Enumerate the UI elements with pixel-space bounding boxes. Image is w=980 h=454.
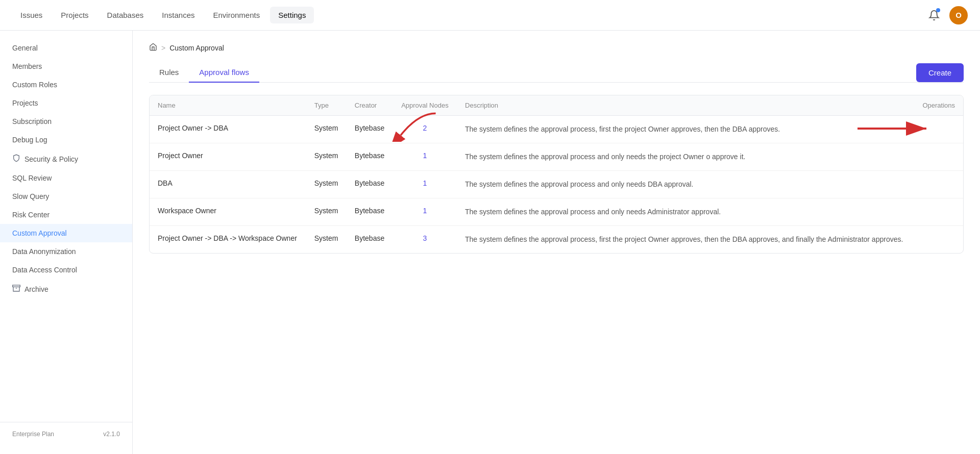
sidebar-item-sql-review[interactable]: SQL Review xyxy=(0,169,132,187)
table-row: DBA System Bytebase 1 The system defines… xyxy=(150,171,963,198)
nav-settings[interactable]: Settings xyxy=(270,7,314,23)
sidebar-item-custom-approval[interactable]: Custom Approval xyxy=(0,224,132,242)
cell-ops-3 xyxy=(914,198,963,226)
breadcrumb-current: Custom Approval xyxy=(169,44,224,52)
col-approval-nodes: Approval Nodes xyxy=(393,95,457,116)
plan-label: Enterprise Plan xyxy=(12,431,54,438)
sidebar-item-projects[interactable]: Projects xyxy=(0,94,132,112)
cell-ops-4 xyxy=(914,226,963,254)
cell-desc-3: The system defines the approval process … xyxy=(457,198,914,226)
sidebar-item-members[interactable]: Members xyxy=(0,57,132,75)
svg-rect-0 xyxy=(13,285,20,287)
cell-desc-2: The system defines the approval process … xyxy=(457,171,914,198)
sidebar-item-general[interactable]: General xyxy=(0,39,132,57)
table-header-row: Name Type Creator Approval Nodes Descrip… xyxy=(150,95,963,116)
breadcrumb-home-icon[interactable] xyxy=(149,43,157,53)
col-type: Type xyxy=(306,95,347,116)
cell-nodes-4: 3 xyxy=(393,226,457,254)
main-content: > Custom Approval Rules Approval flows C… xyxy=(133,31,980,266)
cell-desc-0: The system defines the approval process,… xyxy=(457,116,914,143)
cell-nodes-2: 1 xyxy=(393,171,457,198)
cell-desc-1: The system defines the approval process … xyxy=(457,143,914,171)
cell-nodes-1: 1 xyxy=(393,143,457,171)
cell-nodes-0: 2 xyxy=(393,116,457,143)
cell-type-3: System xyxy=(306,198,347,226)
version-label: v2.1.0 xyxy=(103,431,120,438)
tab-approval-flows[interactable]: Approval flows xyxy=(189,63,259,83)
cell-creator-1: Bytebase xyxy=(347,143,393,171)
top-navigation: Issues Projects Databases Instances Envi… xyxy=(12,7,314,23)
cell-type-0: System xyxy=(306,116,347,143)
cell-type-2: System xyxy=(306,171,347,198)
nav-items: Issues Projects Databases Instances Envi… xyxy=(12,7,314,23)
cell-creator-3: Bytebase xyxy=(347,198,393,226)
cell-nodes-3: 1 xyxy=(393,198,457,226)
sidebar-footer: Enterprise Plan v2.1.0 xyxy=(0,422,132,446)
sidebar: General Members Custom Roles Projects Su… xyxy=(0,31,133,454)
sidebar-item-custom-roles[interactable]: Custom Roles xyxy=(0,75,132,94)
tabs-row: Rules Approval flows Create xyxy=(149,63,964,83)
cell-creator-2: Bytebase xyxy=(347,171,393,198)
user-avatar[interactable]: O xyxy=(949,6,968,24)
cell-desc-4: The system defines the approval process,… xyxy=(457,226,914,254)
nav-environments[interactable]: Environments xyxy=(205,7,268,23)
cell-name-3: Workspace Owner xyxy=(150,198,306,226)
create-button[interactable]: Create xyxy=(916,63,964,82)
notification-dot xyxy=(936,8,940,12)
archive-icon xyxy=(12,284,20,294)
sidebar-item-security-policy[interactable]: Security & Policy xyxy=(0,149,132,169)
cell-name-2: DBA xyxy=(150,171,306,198)
table-row: Workspace Owner System Bytebase 1 The sy… xyxy=(150,198,963,226)
approval-flows-table: Name Type Creator Approval Nodes Descrip… xyxy=(149,95,964,254)
sidebar-item-data-anonymization[interactable]: Data Anonymization xyxy=(0,242,132,261)
top-nav-right: O xyxy=(925,6,968,24)
sidebar-item-data-access-control[interactable]: Data Access Control xyxy=(0,261,132,279)
table-row: Project Owner -> DBA -> Workspace Owner … xyxy=(150,226,963,254)
cell-creator-4: Bytebase xyxy=(347,226,393,254)
col-operations: Operations xyxy=(914,95,963,116)
shield-icon xyxy=(12,154,20,164)
table-row: Project Owner -> DBA System Bytebase 2 T… xyxy=(150,116,963,143)
col-name: Name xyxy=(150,95,306,116)
cell-creator-0: Bytebase xyxy=(347,116,393,143)
sidebar-item-risk-center[interactable]: Risk Center xyxy=(0,206,132,224)
sidebar-item-subscription[interactable]: Subscription xyxy=(0,112,132,131)
nav-issues[interactable]: Issues xyxy=(12,7,51,23)
notification-bell[interactable] xyxy=(925,6,943,24)
nav-instances[interactable]: Instances xyxy=(154,7,203,23)
cell-ops-0 xyxy=(914,116,963,143)
cell-type-4: System xyxy=(306,226,347,254)
col-creator: Creator xyxy=(347,95,393,116)
col-description: Description xyxy=(457,95,914,116)
sidebar-item-debug-log[interactable]: Debug Log xyxy=(0,131,132,149)
table-row: Project Owner System Bytebase 1 The syst… xyxy=(150,143,963,171)
cell-name-0: Project Owner -> DBA xyxy=(150,116,306,143)
cell-name-4: Project Owner -> DBA -> Workspace Owner xyxy=(150,226,306,254)
cell-name-1: Project Owner xyxy=(150,143,306,171)
tab-group: Rules Approval flows xyxy=(149,63,259,82)
breadcrumb-separator: > xyxy=(161,44,165,52)
sidebar-item-slow-query[interactable]: Slow Query xyxy=(0,187,132,206)
cell-type-1: System xyxy=(306,143,347,171)
nav-projects[interactable]: Projects xyxy=(53,7,96,23)
sidebar-item-archive[interactable]: Archive xyxy=(0,279,132,299)
tab-rules[interactable]: Rules xyxy=(149,63,189,83)
nav-databases[interactable]: Databases xyxy=(99,7,152,23)
cell-ops-1 xyxy=(914,143,963,171)
breadcrumb: > Custom Approval xyxy=(149,43,964,53)
cell-ops-2 xyxy=(914,171,963,198)
